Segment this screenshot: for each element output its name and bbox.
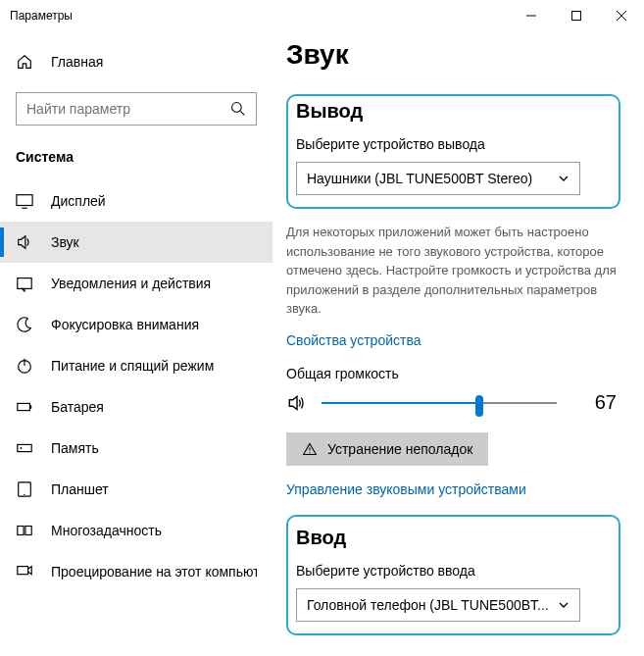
page-title: Звук: [286, 39, 620, 71]
battery-icon: [16, 398, 33, 416]
manage-devices-link[interactable]: Управление звуковыми устройствами: [286, 481, 620, 497]
output-select-label: Выберите устройство вывода: [296, 136, 611, 152]
close-button[interactable]: [599, 0, 644, 31]
svg-line-5: [240, 111, 244, 115]
main-content: Звук Вывод Выберите устройство вывода На…: [272, 31, 644, 656]
warning-icon: [302, 441, 318, 457]
svg-marker-9: [22, 288, 25, 291]
titlebar: Параметры: [0, 0, 644, 31]
nav-label: Фокусировка внимания: [51, 317, 199, 332]
nav-label: Питание и спящий режим: [51, 358, 214, 374]
search-box[interactable]: [16, 92, 257, 126]
output-device-value: Наушники (JBL TUNE500BT Stereo): [307, 171, 532, 186]
input-select-label: Выберите устройство ввода: [296, 563, 611, 579]
nav-label: Планшет: [51, 481, 109, 497]
volume-slider[interactable]: [322, 391, 557, 415]
output-description: Для некоторых приложений может быть наст…: [286, 223, 619, 319]
home-icon: [16, 53, 33, 71]
power-icon: [16, 357, 33, 375]
project-icon: [16, 563, 33, 580]
svg-rect-6: [17, 195, 32, 206]
output-device-select[interactable]: Наушники (JBL TUNE500BT Stereo): [296, 162, 580, 195]
home-button[interactable]: Главная: [0, 45, 272, 78]
nav-item-sound[interactable]: Звук: [0, 222, 272, 263]
nav-item-storage[interactable]: Память: [0, 428, 272, 469]
volume-label: Общая громкость: [286, 366, 620, 381]
output-highlight: Вывод Выберите устройство вывода Наушник…: [286, 94, 620, 209]
nav-label: Память: [51, 440, 99, 456]
nav-label: Проецирование на этот компьютер: [51, 564, 257, 580]
sound-icon: [16, 233, 33, 251]
device-properties-link[interactable]: Свойства устройства: [286, 332, 620, 348]
svg-rect-1: [572, 12, 581, 21]
nav-list: Дисплей Звук Уведомления и действия Фоку…: [0, 180, 272, 592]
volume-row: 67: [286, 391, 620, 415]
chevron-down-icon: [558, 599, 570, 611]
display-icon: [16, 192, 33, 210]
sidebar: Главная Система Дисплей Звук Уведомления…: [0, 31, 272, 656]
category-title: Система: [0, 149, 272, 180]
nav-label: Батарея: [51, 399, 104, 415]
storage-icon: [16, 439, 33, 457]
nav-item-focus[interactable]: Фокусировка внимания: [0, 304, 272, 345]
notifications-icon: [16, 275, 33, 292]
troubleshoot-button[interactable]: Устранение неполадок: [286, 432, 488, 466]
volume-value: 67: [595, 391, 620, 414]
nav-item-notifications[interactable]: Уведомления и действия: [0, 263, 272, 304]
nav-item-battery[interactable]: Батарея: [0, 386, 272, 428]
svg-rect-19: [25, 527, 31, 535]
speaker-icon[interactable]: [286, 392, 308, 414]
svg-point-17: [24, 494, 25, 495]
nav-label: Дисплей: [51, 193, 106, 209]
maximize-button[interactable]: [554, 0, 599, 31]
slider-fill: [322, 402, 479, 404]
input-heading: Ввод: [296, 527, 611, 549]
svg-point-15: [21, 447, 23, 449]
svg-rect-20: [18, 567, 28, 575]
window-controls: [509, 0, 644, 31]
svg-rect-8: [18, 278, 31, 289]
slider-thumb[interactable]: [475, 395, 483, 417]
search-input[interactable]: [26, 101, 230, 117]
troubleshoot-label: Устранение неполадок: [327, 441, 472, 457]
home-label: Главная: [51, 54, 103, 70]
window-title: Параметры: [10, 9, 509, 23]
minimize-button[interactable]: [509, 0, 554, 31]
svg-rect-13: [29, 405, 31, 409]
input-device-select[interactable]: Головной телефон (JBL TUNE500BT...: [296, 588, 580, 622]
input-device-value: Головной телефон (JBL TUNE500BT...: [307, 597, 549, 613]
moon-icon: [16, 316, 33, 333]
svg-rect-18: [18, 527, 24, 535]
input-highlight: Ввод Выберите устройство ввода Головной …: [286, 515, 620, 635]
output-heading: Вывод: [296, 100, 611, 123]
svg-rect-12: [18, 403, 30, 410]
nav-label: Многозадачность: [51, 523, 162, 538]
tablet-icon: [16, 480, 33, 498]
svg-point-22: [309, 451, 310, 452]
svg-rect-14: [18, 444, 31, 451]
nav-item-multitask[interactable]: Многозадачность: [0, 510, 272, 551]
nav-label: Уведомления и действия: [51, 276, 211, 291]
search-icon: [230, 101, 246, 117]
nav-item-display[interactable]: Дисплей: [0, 180, 272, 222]
chevron-down-icon: [558, 173, 570, 184]
nav-item-power[interactable]: Питание и спящий режим: [0, 345, 272, 386]
nav-item-tablet[interactable]: Планшет: [0, 469, 272, 510]
nav-item-project[interactable]: Проецирование на этот компьютер: [0, 551, 272, 592]
multitask-icon: [16, 522, 33, 539]
svg-point-4: [232, 103, 242, 113]
nav-label: Звук: [51, 234, 79, 250]
